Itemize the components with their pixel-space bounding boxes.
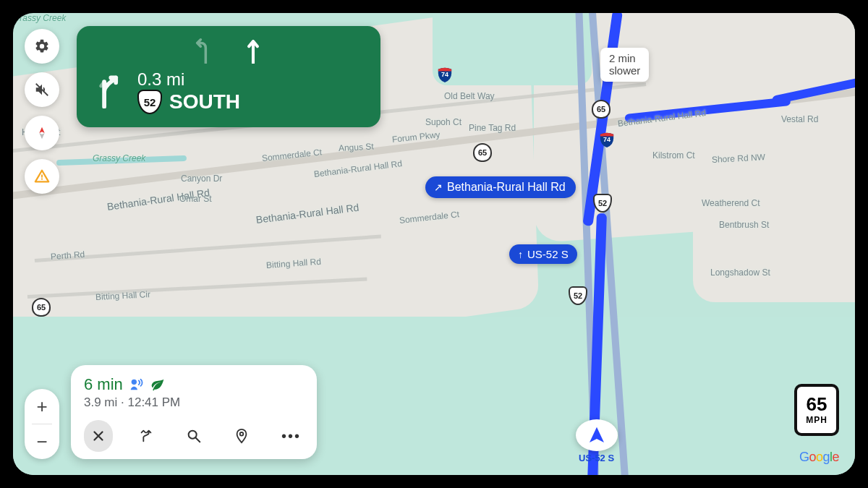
zoom-control: + − [25, 389, 59, 459]
settings-button[interactable] [25, 29, 59, 64]
search-icon [186, 428, 202, 444]
route-shield-i74: 74 [599, 132, 615, 147]
creek-label: Grassy Creek [93, 153, 145, 163]
us-route-shield-icon: 52 [137, 90, 162, 114]
share-location-button[interactable] [227, 420, 256, 452]
route-pill-us52s[interactable]: ↑ US-52 S [509, 244, 577, 264]
creek-label: Grassy Creek [13, 13, 66, 23]
direction-card[interactable]: 0.3 mi 52 SOUTH [77, 26, 380, 127]
street-label: Bentbrush St [719, 220, 769, 230]
alternate-routes-button[interactable] [132, 420, 161, 452]
route-alternatives-icon [138, 428, 154, 444]
mute-button[interactable] [25, 72, 59, 107]
compass-button[interactable] [25, 116, 59, 150]
search-along-route-button[interactable] [179, 420, 208, 452]
svg-rect-2 [41, 174, 43, 178]
street-label: Old Belt Way [444, 91, 495, 101]
route-shield-i74: 74 [437, 67, 453, 82]
svg-point-3 [131, 380, 136, 385]
map-canvas[interactable]: Bethania-Rural Hall Rd Bethania-Rural Ha… [13, 13, 855, 475]
lane-guidance [91, 38, 366, 64]
route-pill-bethania[interactable]: ↗ Bethania-Rural Hall Rd [425, 176, 576, 198]
ramp-arrow-icon: ↑ [518, 249, 523, 260]
street-label: Weatherend Ct [702, 198, 760, 208]
street-label: Angus St [339, 141, 374, 153]
report-hazard-button[interactable] [25, 159, 59, 194]
zoom-out-button[interactable]: − [25, 424, 59, 459]
more-horizontal-icon: ••• [281, 428, 297, 444]
eta-time: 6 min [84, 375, 123, 394]
ramp-arrow-icon: ↗ [434, 181, 443, 193]
google-attribution: Google [799, 450, 839, 465]
svg-point-1 [41, 179, 43, 180]
maneuver-fork-right-icon [91, 74, 127, 110]
street-label: Supoh Ct [425, 117, 461, 127]
close-icon [90, 428, 106, 444]
close-navigation-button[interactable] [84, 420, 113, 452]
street-label: Kilstrom Ct [652, 150, 695, 160]
direction-road-name: SOUTH [169, 90, 240, 114]
speaker-muted-icon [34, 82, 50, 98]
street-label: Vestal Rd [781, 114, 818, 124]
route-shield-sr65: 65 [473, 143, 492, 162]
street-label: Pine Tag Rd [469, 123, 516, 133]
eta-arrival: 12:41 PM [127, 395, 180, 409]
eta-card[interactable]: 6 min 3.9 mi · 12:41 PM [71, 365, 317, 459]
street-label: Canyon Dr [181, 174, 222, 184]
zoom-in-button[interactable]: + [25, 389, 59, 424]
compass-needle-icon [34, 125, 50, 141]
vehicle-position-marker [576, 419, 618, 451]
assistant-voice-icon [129, 377, 145, 393]
route-shield-sr65: 65 [592, 100, 610, 119]
vehicle-road-label: US-52 S [579, 453, 614, 463]
svg-line-5 [196, 438, 200, 442]
direction-distance: 0.3 mi [137, 69, 240, 90]
street-label: Omar St [179, 194, 212, 204]
route-shield-sr65: 65 [32, 298, 51, 317]
eco-leaf-icon [150, 377, 165, 392]
lane-straight-icon [243, 38, 263, 64]
street-label: Longshadow St [710, 267, 770, 278]
eta-distance: 3.9 mi [84, 395, 117, 409]
svg-point-6 [240, 432, 244, 436]
warning-triangle-icon [34, 168, 50, 184]
more-options-button[interactable]: ••• [275, 420, 304, 452]
route-shield-us52: 52 [569, 286, 587, 305]
alt-route-slower-pill[interactable]: 2 min slower [600, 48, 649, 82]
pin-icon [234, 428, 250, 444]
speed-limit-sign: 65 MPH [794, 384, 839, 436]
svg-point-4 [189, 431, 197, 439]
lane-left-icon [194, 38, 214, 64]
gear-icon [34, 38, 50, 54]
